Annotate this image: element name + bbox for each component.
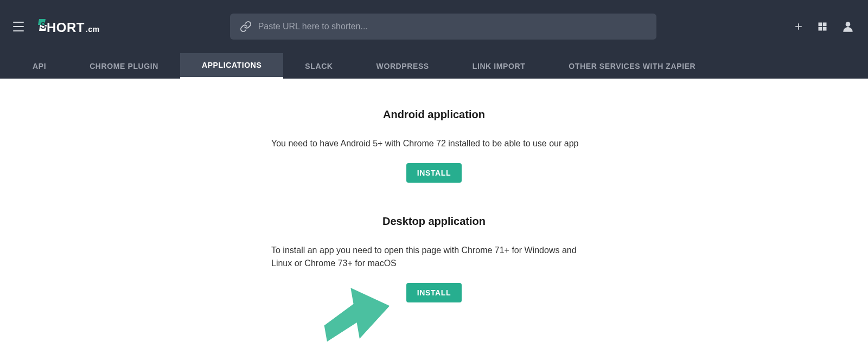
tab-wordpress[interactable]: WORDPRESS	[355, 53, 451, 79]
svg-point-5	[846, 22, 851, 27]
plus-icon	[793, 21, 804, 32]
user-icon	[841, 20, 855, 34]
logo-suffix: .cm	[86, 25, 100, 34]
desktop-section: Desktop application To install an app yo…	[271, 215, 597, 302]
logo-mark-icon: S	[37, 18, 48, 32]
logo-text: HORT	[47, 20, 85, 35]
tab-other-services[interactable]: OTHER SERVICES WITH ZAPIER	[547, 53, 717, 79]
svg-rect-4	[823, 27, 827, 31]
logo[interactable]: S HORT.cm	[37, 18, 100, 35]
menu-icon[interactable]	[13, 20, 26, 33]
top-actions	[793, 20, 855, 34]
profile-button[interactable]	[841, 20, 855, 34]
tab-applications[interactable]: APPLICATIONS	[180, 53, 283, 79]
svg-rect-3	[819, 27, 822, 31]
desktop-heading: Desktop application	[271, 215, 597, 228]
url-input[interactable]	[258, 22, 647, 31]
android-description: You need to have Android 5+ with Chrome …	[271, 137, 597, 150]
desktop-install-button[interactable]: INSTALL	[406, 283, 462, 302]
tab-chrome-plugin[interactable]: CHROME PLUGIN	[68, 53, 180, 79]
svg-rect-2	[823, 23, 827, 27]
tab-api[interactable]: API	[11, 53, 68, 79]
tab-slack[interactable]: SLACK	[283, 53, 354, 79]
android-install-button[interactable]: INSTALL	[406, 163, 462, 183]
link-icon	[240, 21, 252, 33]
apps-button[interactable]	[817, 21, 828, 32]
url-shorten-field[interactable]	[230, 14, 656, 40]
android-heading: Android application	[271, 108, 597, 121]
tab-link-import[interactable]: LINK IMPORT	[451, 53, 547, 79]
svg-text:S: S	[40, 21, 46, 30]
svg-rect-1	[819, 23, 822, 27]
top-bar: S HORT.cm	[0, 0, 868, 53]
grid-icon	[817, 21, 828, 32]
add-button[interactable]	[793, 21, 804, 32]
desktop-description: To install an app you need to open this …	[271, 244, 597, 270]
android-section: Android application You need to have And…	[271, 108, 597, 183]
content: Android application You need to have And…	[0, 79, 868, 335]
nav-tabs: API CHROME PLUGIN APPLICATIONS SLACK WOR…	[0, 53, 868, 79]
